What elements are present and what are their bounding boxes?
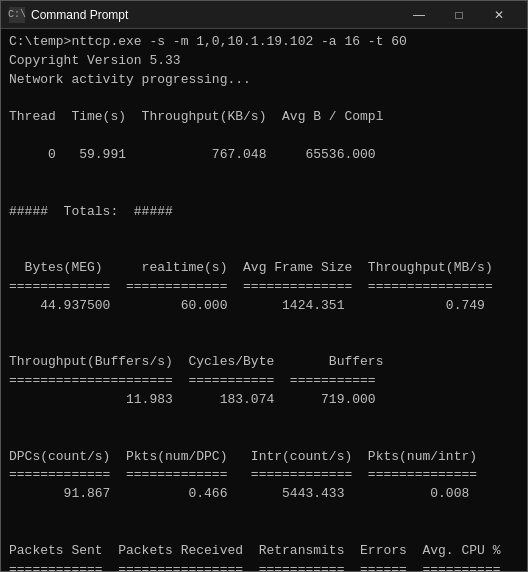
terminal-line	[9, 523, 519, 542]
terminal-line: Network activity progressing...	[9, 71, 519, 90]
window-controls: — □ ✕	[399, 1, 519, 29]
terminal-line	[9, 184, 519, 203]
terminal-line: Thread Time(s) Throughput(KB/s) Avg B / …	[9, 108, 519, 127]
terminal-line: Copyright Version 5.33	[9, 52, 519, 71]
terminal-line	[9, 335, 519, 354]
terminal-line: 91.867 0.466 5443.433 0.008	[9, 485, 519, 504]
terminal-line: 11.983 183.074 719.000	[9, 391, 519, 410]
terminal-line	[9, 316, 519, 335]
terminal-line	[9, 221, 519, 240]
terminal-line: ============ ================ ==========…	[9, 561, 519, 571]
terminal-line: Bytes(MEG) realtime(s) Avg Frame Size Th…	[9, 259, 519, 278]
terminal-line	[9, 504, 519, 523]
close-button[interactable]: ✕	[479, 1, 519, 29]
terminal-line: ============= ============= ============…	[9, 278, 519, 297]
titlebar: C:\ Command Prompt — □ ✕	[1, 1, 527, 29]
terminal-content[interactable]: C:\temp>nttcp.exe -s -m 1,0,10.1.19.102 …	[1, 29, 527, 571]
terminal-line: DPCs(count/s) Pkts(num/DPC) Intr(count/s…	[9, 448, 519, 467]
terminal-line: C:\temp>nttcp.exe -s -m 1,0,10.1.19.102 …	[9, 33, 519, 52]
window: C:\ Command Prompt — □ ✕ C:\temp>nttcp.e…	[0, 0, 528, 572]
terminal-line: 0 59.991 767.048 65536.000	[9, 146, 519, 165]
terminal-line: ============= ============= ============…	[9, 466, 519, 485]
maximize-button[interactable]: □	[439, 1, 479, 29]
terminal-line: Throughput(Buffers/s) Cycles/Byte Buffer…	[9, 353, 519, 372]
app-icon: C:\	[9, 7, 25, 23]
terminal-line: ##### Totals: #####	[9, 203, 519, 222]
terminal-line: 44.937500 60.000 1424.351 0.749	[9, 297, 519, 316]
terminal-line	[9, 240, 519, 259]
terminal-line	[9, 410, 519, 429]
terminal-line: Packets Sent Packets Received Retransmit…	[9, 542, 519, 561]
minimize-button[interactable]: —	[399, 1, 439, 29]
terminal-line	[9, 90, 519, 109]
terminal-line	[9, 165, 519, 184]
terminal-line: ===================== =========== ======…	[9, 372, 519, 391]
terminal-line	[9, 127, 519, 146]
window-title: Command Prompt	[31, 8, 399, 22]
terminal-line	[9, 429, 519, 448]
